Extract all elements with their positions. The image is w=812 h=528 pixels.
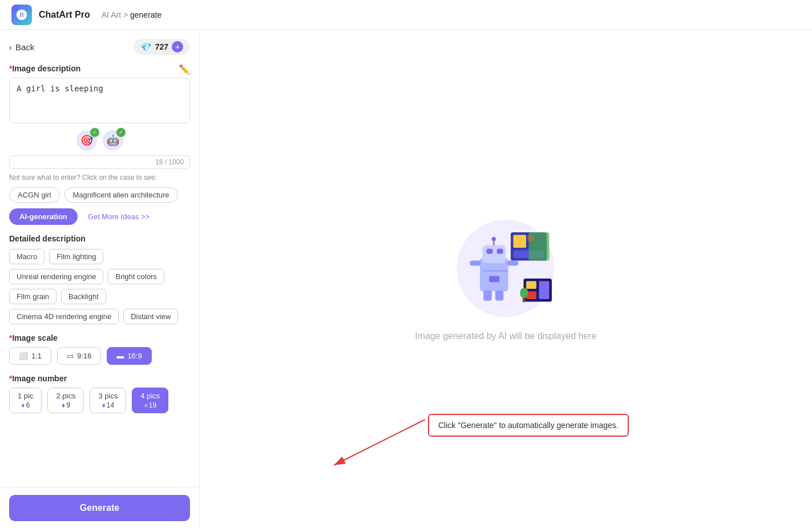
image-scale-label: *Image scale xyxy=(9,333,190,342)
breadcrumb-parent: AI Art xyxy=(102,10,121,19)
credits-value: 727 xyxy=(155,42,168,51)
back-chevron-icon: ‹ xyxy=(9,42,12,52)
suggestion-tag-1[interactable]: Magnificent alien architecture xyxy=(64,187,178,203)
svg-rect-2 xyxy=(514,235,527,248)
scale-9x16-label: 9:16 xyxy=(77,352,91,360)
main-content: Image generated by AI will be displayed … xyxy=(200,30,812,528)
char-count: 18 / 1000 xyxy=(9,155,190,169)
back-label: Back xyxy=(15,42,34,52)
number-options: 1 pic ♦6 2 pics ♦9 3 pics ♦14 4 pics ♦19 xyxy=(9,388,190,413)
annotation-text: Click "Generate" to automatically genera… xyxy=(438,421,619,430)
svg-rect-19 xyxy=(507,260,519,265)
magic-badge: ✓ xyxy=(116,128,126,137)
generate-footer: Generate xyxy=(0,487,199,528)
svg-rect-21 xyxy=(495,290,503,300)
main-layout: ‹ Back 💎 727 + *Image description ✏️ A g… xyxy=(0,30,812,528)
detail-tag-cinema4d[interactable]: Cinema 4D rendering engine xyxy=(9,309,119,324)
robot-illustration xyxy=(449,217,563,320)
detail-tag-film-grain[interactable]: Film grain xyxy=(9,289,56,304)
suggestion-tag-0[interactable]: ACGN girl xyxy=(9,187,60,203)
sidebar-content: ‹ Back 💎 727 + *Image description ✏️ A g… xyxy=(0,30,199,528)
ai-magic-button[interactable]: 🤖 ✓ xyxy=(103,130,123,151)
actions-row: AI-generation Get More Ideas >> xyxy=(9,208,190,225)
scale-16x9-icon: ▬ xyxy=(116,352,124,360)
svg-point-11 xyxy=(520,288,528,298)
svg-rect-20 xyxy=(484,290,492,300)
detailed-description-section: Detailed description Macro Film lighting… xyxy=(9,234,190,324)
2pics-button[interactable]: 2 pics ♦9 xyxy=(47,388,84,413)
detail-tag-macro[interactable]: Macro xyxy=(9,249,45,264)
image-number-section: *Image number 1 pic ♦6 2 pics ♦9 3 pics … xyxy=(9,374,190,413)
scale-16x9-label: 16:9 xyxy=(127,352,142,360)
ai-icons-row: 🎯 ✓ 🤖 ✓ xyxy=(9,130,190,151)
scale-1x1-icon: ⬜ xyxy=(19,352,28,360)
scale-options: ⬜ 1:1 ▭ 9:16 ▬ 16:9 xyxy=(9,347,190,365)
svg-rect-15 xyxy=(497,248,503,253)
detail-tag-distant-view[interactable]: Distant view xyxy=(123,309,178,324)
detail-tags: Macro Film lighting Unreal rendering eng… xyxy=(9,249,190,324)
scale-1x1-label: 1:1 xyxy=(31,352,42,360)
image-description-label: *Image description ✏️ xyxy=(9,64,190,73)
ai-enhance-button[interactable]: 🎯 ✓ xyxy=(76,130,97,151)
detail-tag-film-lighting[interactable]: Film lighting xyxy=(49,249,103,264)
image-number-label: *Image number xyxy=(9,374,190,383)
1pic-button[interactable]: 1 pic ♦6 xyxy=(9,388,42,413)
scale-1x1-button[interactable]: ⬜ 1:1 xyxy=(9,347,51,365)
4pics-button[interactable]: 4 pics ♦19 xyxy=(132,388,168,413)
3pics-button[interactable]: 3 pics ♦14 xyxy=(90,388,126,413)
generate-button[interactable]: Generate xyxy=(9,495,190,521)
placeholder-area: Image generated by AI will be displayed … xyxy=(415,217,596,341)
scale-9x16-icon: ▭ xyxy=(67,352,74,360)
svg-line-25 xyxy=(334,420,425,465)
detail-tag-bright-colors[interactable]: Bright colors xyxy=(108,269,164,284)
app-header: ChatArt Pro AI Art > generate xyxy=(0,0,812,30)
pencil-icon: ✏️ xyxy=(179,64,190,75)
detail-tag-backlight[interactable]: Backlight xyxy=(61,289,106,304)
description-textarea[interactable]: A girl is sleeping xyxy=(9,78,190,123)
svg-rect-7 xyxy=(526,281,536,289)
suggestion-tags: ACGN girl Magnificent alien architecture xyxy=(9,187,190,203)
scale-9x16-button[interactable]: ▭ 9:16 xyxy=(57,347,101,365)
detail-tag-unreal[interactable]: Unreal rendering engine xyxy=(9,269,103,284)
top-bar: ‹ Back 💎 727 + xyxy=(9,39,190,55)
detailed-description-title: Detailed description xyxy=(9,234,190,243)
ai-generation-button[interactable]: AI-generation xyxy=(9,208,78,225)
sidebar: ‹ Back 💎 727 + *Image description ✏️ A g… xyxy=(0,30,200,528)
diamond-icon: 💎 xyxy=(140,42,152,53)
app-logo xyxy=(11,5,32,25)
svg-rect-18 xyxy=(470,260,481,265)
credits-badge: 💎 727 + xyxy=(134,39,190,55)
svg-rect-13 xyxy=(483,245,506,263)
add-credits-button[interactable]: + xyxy=(172,41,183,53)
svg-rect-5 xyxy=(529,232,550,261)
get-more-ideas-link[interactable]: Get More Ideas >> xyxy=(88,212,150,221)
svg-rect-23 xyxy=(490,276,500,282)
enhance-badge: ✓ xyxy=(90,128,99,137)
scale-16x9-button[interactable]: ▬ 16:9 xyxy=(107,347,151,365)
annotation-box: Click "Generate" to automatically genera… xyxy=(428,414,629,437)
back-button[interactable]: ‹ Back xyxy=(9,42,34,52)
breadcrumb-separator: > xyxy=(123,10,130,19)
image-scale-section: *Image scale ⬜ 1:1 ▭ 9:16 ▬ 16:9 xyxy=(9,333,190,365)
breadcrumb-current: generate xyxy=(130,10,161,19)
placeholder-text: Image generated by AI will be displayed … xyxy=(415,331,596,341)
hint-text: Not sure what to enter? Click on the cas… xyxy=(9,174,190,182)
breadcrumb: AI Art > generate xyxy=(102,10,161,19)
svg-point-17 xyxy=(492,237,496,241)
app-title: ChatArt Pro xyxy=(39,10,90,20)
svg-rect-8 xyxy=(539,281,550,299)
svg-rect-14 xyxy=(487,248,493,253)
